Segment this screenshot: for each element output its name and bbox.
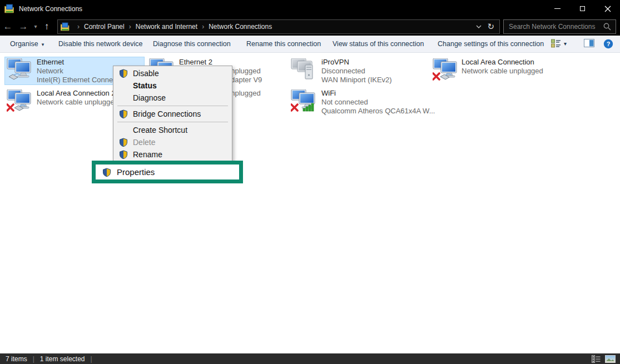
status-divider: | <box>33 355 34 363</box>
help-button[interactable]: ? <box>603 39 613 49</box>
recent-locations-chevron-icon[interactable]: ▾ <box>31 17 40 36</box>
search-box <box>503 19 616 34</box>
breadcrumb-folder-icon <box>61 22 70 31</box>
search-icon <box>603 23 611 31</box>
view-caret-icon: ▾ <box>564 41 567 47</box>
preview-pane-button[interactable] <box>584 39 594 47</box>
organise-label: Organise <box>10 40 38 48</box>
address-dropdown-chevron-icon[interactable] <box>476 24 482 29</box>
menu-separator <box>117 106 228 106</box>
app-icon <box>4 4 14 13</box>
minimize-button[interactable] <box>545 0 570 17</box>
wifi-connection-icon <box>291 89 318 112</box>
crumb-separator-icon: › <box>129 23 131 31</box>
context-menu-properties[interactable]: Properties <box>96 167 155 177</box>
search-input[interactable] <box>504 23 603 31</box>
organise-caret-icon: ▾ <box>42 42 44 47</box>
network-connections-window: Network Connections ← → ▾ ↑ › Control Pa… <box>0 0 620 364</box>
breadcrumb[interactable]: › Control Panel › Network and Internet ›… <box>57 19 500 34</box>
menu-label: Status <box>133 81 157 90</box>
minimize-icon <box>554 8 561 9</box>
maximize-button[interactable] <box>570 0 595 17</box>
connection-status: Not connected <box>321 98 455 107</box>
help-icon: ? <box>603 39 613 49</box>
menu-label: Delete <box>133 138 155 147</box>
uac-shield-icon <box>119 138 128 147</box>
up-button[interactable]: ↑ <box>40 17 53 36</box>
properties-annotation-box: Properties <box>92 161 243 183</box>
context-menu: Disable Status Diagnose Bridge Connectio… <box>113 66 232 162</box>
selected-count: 1 item selected <box>40 355 85 363</box>
title-bar: Network Connections <box>0 0 620 17</box>
menu-label: Rename <box>133 150 162 159</box>
menu-separator <box>117 122 228 122</box>
change-settings-button[interactable]: Change settings of this connection <box>438 36 544 52</box>
breadcrumb-network-and-internet[interactable]: Network and Internet <box>136 23 197 31</box>
window-title: Network Connections <box>19 5 82 13</box>
menu-label: Properties <box>117 167 155 177</box>
context-menu-create-shortcut[interactable]: Create Shortcut <box>113 124 232 136</box>
status-bar: 7 items | 1 item selected | <box>0 353 620 364</box>
ethernet-connection-icon <box>7 58 33 81</box>
crumb-separator-icon: › <box>77 23 80 31</box>
uac-shield-icon <box>119 150 128 159</box>
items-count: 7 items <box>6 355 27 363</box>
uac-shield-icon <box>119 109 128 118</box>
preview-pane-icon <box>584 39 594 47</box>
close-icon <box>604 6 611 12</box>
status-divider: | <box>91 355 92 363</box>
maximize-icon <box>580 6 585 11</box>
disable-device-button[interactable]: Disable this network device <box>58 36 142 52</box>
details-view-button[interactable] <box>592 355 601 363</box>
connection-status: Network cable unplugged <box>462 67 595 76</box>
breadcrumb-control-panel[interactable]: Control Panel <box>84 23 125 31</box>
menu-label: Bridge Connections <box>133 109 201 118</box>
uac-shield-icon <box>119 69 128 78</box>
rename-connection-button[interactable]: Rename this connection <box>246 36 321 52</box>
connection-name: Local Area Connection <box>462 58 595 67</box>
menu-label: Diagnose <box>133 93 166 102</box>
context-menu-bridge-connections[interactable]: Bridge Connections <box>113 108 232 120</box>
connection-device: Qualcomm Atheros QCA61x4A W... <box>321 107 455 116</box>
address-bar-row: ← → ▾ ↑ › Control Panel › Network and In… <box>0 17 620 36</box>
view-status-button[interactable]: View status of this connection <box>333 36 424 52</box>
context-menu-diagnose[interactable]: Diagnose <box>113 92 232 104</box>
back-button[interactable]: ← <box>0 17 16 36</box>
context-menu-delete: Delete <box>113 136 232 148</box>
uac-shield-icon <box>102 168 111 177</box>
disconnected-ethernet-icon <box>7 89 33 112</box>
svg-text:?: ? <box>607 41 611 47</box>
refresh-icon[interactable]: ↻ <box>487 22 494 32</box>
change-view-button[interactable]: ▾ <box>551 39 567 48</box>
menu-label: Disable <box>133 69 159 78</box>
crumb-separator-icon: › <box>202 23 204 31</box>
context-menu-rename[interactable]: Rename <box>113 148 232 161</box>
context-menu-status[interactable]: Status <box>113 79 232 92</box>
vpn-connection-icon <box>291 58 318 81</box>
breadcrumb-network-connections[interactable]: Network Connections <box>209 23 272 31</box>
disconnected-ethernet-icon <box>433 58 459 81</box>
context-menu-disable[interactable]: Disable <box>113 67 232 79</box>
organise-button[interactable]: Organise▾ <box>10 36 44 52</box>
menu-label: Create Shortcut <box>133 126 187 134</box>
thumbnail-view-button[interactable] <box>605 355 616 363</box>
command-toolbar: Organise▾ Disable this network device Di… <box>0 36 620 53</box>
connection-name: WiFi <box>321 89 455 98</box>
forward-button[interactable]: → <box>16 17 31 36</box>
diagnose-connection-button[interactable]: Diagnose this connection <box>153 36 231 52</box>
view-options-icon <box>551 39 561 48</box>
connections-list: Ethernet Network Intel(R) Ethernet Conne… <box>0 53 620 353</box>
close-button[interactable] <box>595 0 620 17</box>
